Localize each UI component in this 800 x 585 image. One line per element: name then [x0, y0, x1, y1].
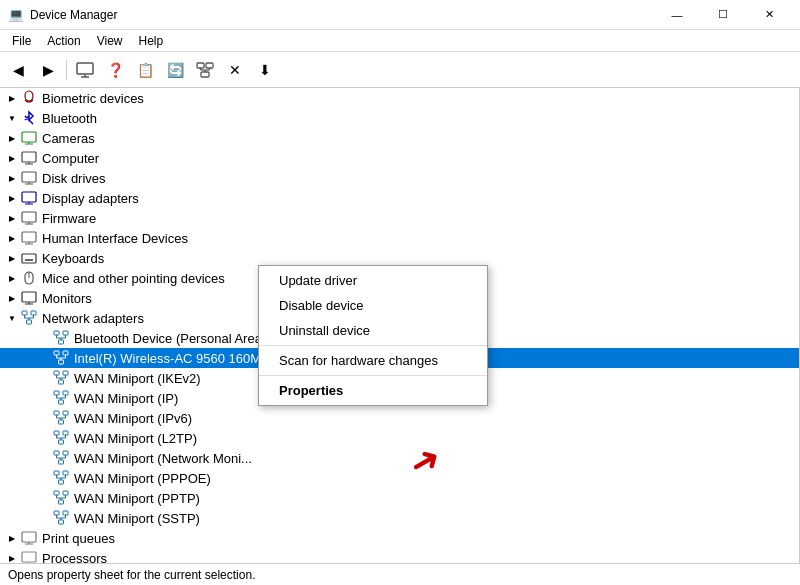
- ctx-update-driver[interactable]: Update driver: [259, 268, 487, 293]
- svg-rect-110: [63, 511, 68, 515]
- device-icon-intelwireless: [52, 349, 70, 367]
- tree-item-wansstp[interactable]: WAN Miniport (SSTP): [0, 508, 799, 528]
- tree-label-bluetooth: Bluetooth: [42, 111, 97, 126]
- svg-rect-26: [22, 232, 36, 242]
- expand-arrow-displayadapters[interactable]: [4, 190, 20, 206]
- menu-file[interactable]: File: [4, 32, 39, 50]
- expand-arrow-processors[interactable]: [4, 550, 20, 563]
- toolbar-help[interactable]: ❓: [101, 56, 129, 84]
- ctx-uninstall-device[interactable]: Uninstall device: [259, 318, 487, 343]
- tree-item-printqueues[interactable]: Print queues: [0, 528, 799, 548]
- tree-item-computer[interactable]: Computer: [0, 148, 799, 168]
- svg-rect-109: [54, 511, 59, 515]
- expand-arrow-hid[interactable]: [4, 230, 20, 246]
- svg-rect-47: [63, 331, 68, 335]
- status-text: Opens property sheet for the current sel…: [8, 568, 255, 582]
- toolbar-sep-1: [66, 60, 67, 80]
- tree-item-firmware[interactable]: Firmware: [0, 208, 799, 228]
- expand-arrow-diskdrives[interactable]: [4, 170, 20, 186]
- svg-rect-29: [22, 254, 36, 263]
- device-icon-btpan: [52, 329, 70, 347]
- tree-item-wanpptp[interactable]: WAN Miniport (PPTP): [0, 488, 799, 508]
- svg-rect-20: [22, 192, 36, 202]
- tree-item-wannetmon[interactable]: WAN Miniport (Network Moni...: [0, 448, 799, 468]
- toolbar-properties[interactable]: 📋: [131, 56, 159, 84]
- svg-rect-102: [54, 491, 59, 495]
- expand-arrow-bluetooth[interactable]: [4, 110, 20, 126]
- device-icon-wanipv6: [52, 409, 70, 427]
- tree-label-wanpppoe: WAN Miniport (PPPOE): [74, 471, 211, 486]
- tree-label-wansstp: WAN Miniport (SSTP): [74, 511, 200, 526]
- status-bar: Opens property sheet for the current sel…: [0, 563, 800, 585]
- toolbar-network[interactable]: [191, 56, 219, 84]
- tree-item-processors[interactable]: Processors: [0, 548, 799, 563]
- ctx-properties[interactable]: Properties: [259, 378, 487, 403]
- tree-label-hid: Human Interface Devices: [42, 231, 188, 246]
- toolbar-scan[interactable]: ⬇: [251, 56, 279, 84]
- tree-label-computer: Computer: [42, 151, 99, 166]
- expand-arrow-keyboards[interactable]: [4, 250, 20, 266]
- device-icon-networkadapters: [20, 309, 38, 327]
- expand-arrow-firmware[interactable]: [4, 210, 20, 226]
- device-icon-biometric: [20, 89, 38, 107]
- toolbar-back[interactable]: ◀: [4, 56, 32, 84]
- tree-item-diskdrives[interactable]: Disk drives: [0, 168, 799, 188]
- menu-help[interactable]: Help: [131, 32, 172, 50]
- menu-view[interactable]: View: [89, 32, 131, 50]
- device-icon-wannetmon: [52, 449, 70, 467]
- expand-arrow-computer[interactable]: [4, 150, 20, 166]
- tree-label-wannetmon: WAN Miniport (Network Moni...: [74, 451, 252, 466]
- tree-label-printqueues: Print queues: [42, 531, 115, 546]
- minimize-button[interactable]: —: [654, 0, 700, 30]
- tree-label-mice: Mice and other pointing devices: [42, 271, 225, 286]
- expand-arrow-mice[interactable]: [4, 270, 20, 286]
- expand-arrow-biometric[interactable]: [4, 90, 20, 106]
- svg-rect-68: [63, 391, 68, 395]
- toolbar-forward[interactable]: ▶: [34, 56, 62, 84]
- close-button[interactable]: ✕: [746, 0, 792, 30]
- device-icon-bluetooth: [20, 109, 38, 127]
- svg-rect-82: [63, 431, 68, 435]
- svg-rect-75: [63, 411, 68, 415]
- tree-item-displayadapters[interactable]: Display adapters: [0, 188, 799, 208]
- device-icon-firmware: [20, 209, 38, 227]
- device-icon-hid: [20, 229, 38, 247]
- svg-rect-14: [22, 152, 36, 162]
- expand-arrow-monitors[interactable]: [4, 290, 20, 306]
- device-icon-cameras: [20, 129, 38, 147]
- menu-action[interactable]: Action: [39, 32, 88, 50]
- device-icon-wanip: [52, 389, 70, 407]
- device-icon-keyboards: [20, 249, 38, 267]
- tree-item-wanipv6[interactable]: WAN Miniport (IPv6): [0, 408, 799, 428]
- svg-rect-48: [59, 340, 64, 344]
- device-icon-wanpptp: [52, 489, 70, 507]
- expand-arrow-networkadapters[interactable]: [4, 310, 20, 326]
- tree-item-bluetooth[interactable]: Bluetooth: [0, 108, 799, 128]
- ctx-separator-2: [259, 375, 487, 376]
- toolbar-refresh[interactable]: 🔄: [161, 56, 189, 84]
- svg-rect-17: [22, 172, 36, 182]
- ctx-disable-device[interactable]: Disable device: [259, 293, 487, 318]
- tree-item-hid[interactable]: Human Interface Devices: [0, 228, 799, 248]
- svg-rect-41: [27, 320, 32, 324]
- svg-rect-0: [77, 63, 93, 74]
- expand-arrow-cameras[interactable]: [4, 130, 20, 146]
- app-icon: 💻: [8, 7, 24, 23]
- tree-item-biometric[interactable]: Biometric devices: [0, 88, 799, 108]
- tree-label-firmware: Firmware: [42, 211, 96, 226]
- tree-label-wanpptp: WAN Miniport (PPTP): [74, 491, 200, 506]
- expand-arrow-printqueues[interactable]: [4, 530, 20, 546]
- svg-rect-97: [59, 480, 64, 484]
- tree-item-cameras[interactable]: Cameras: [0, 128, 799, 148]
- tree-item-wanpppoe[interactable]: WAN Miniport (PPPOE): [0, 468, 799, 488]
- maximize-button[interactable]: ☐: [700, 0, 746, 30]
- svg-rect-89: [63, 451, 68, 455]
- toolbar-remove[interactable]: ✕: [221, 56, 249, 84]
- tree-item-wanl2tp[interactable]: WAN Miniport (L2TP): [0, 428, 799, 448]
- device-icon-monitors: [20, 289, 38, 307]
- context-menu: Update driver Disable device Uninstall d…: [258, 265, 488, 406]
- toolbar-computer[interactable]: [71, 56, 99, 84]
- svg-rect-39: [22, 311, 27, 315]
- svg-rect-55: [59, 360, 64, 364]
- ctx-scan-hardware[interactable]: Scan for hardware changes: [259, 348, 487, 373]
